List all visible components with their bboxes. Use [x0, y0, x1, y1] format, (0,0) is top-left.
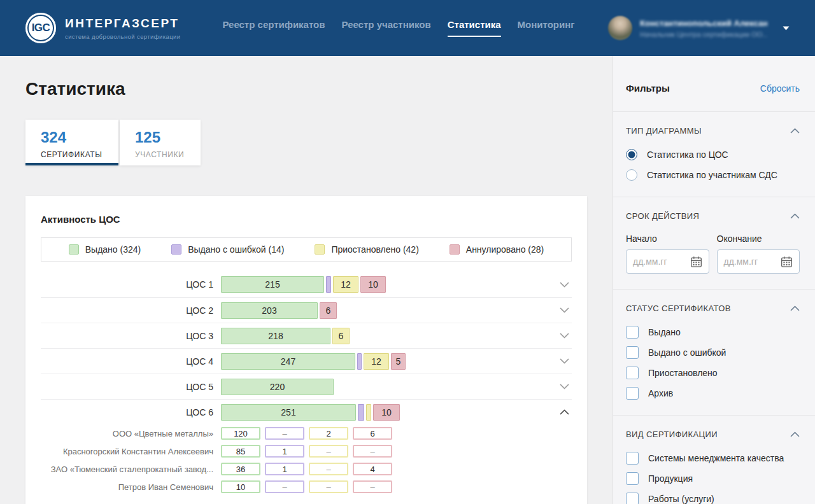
tab-certificates[interactable]: 324 СЕРТИФИКАТЫ — [25, 120, 118, 165]
radio-unchecked-icon[interactable] — [626, 169, 637, 181]
radio-option[interactable]: Статистика по участникам СДС — [626, 169, 800, 181]
nav-item-link[interactable]: Реестр участников — [342, 19, 431, 37]
checkbox-option[interactable]: Системы менеджмента качества — [626, 452, 800, 465]
bar-segment-annulled: 5 — [391, 353, 406, 370]
participant-row: ООО «Цветные металлы»120–26 — [41, 424, 572, 442]
filter-section-header[interactable]: ВИД СЕРТИФИКАЦИИ — [626, 430, 800, 439]
participant-values: 851–– — [221, 445, 392, 458]
checkbox-icon[interactable] — [626, 387, 639, 400]
checkbox-option[interactable]: Выдано с ошибкой — [626, 346, 800, 359]
nav-item-link[interactable]: Реестр сертификатов — [222, 19, 325, 37]
calendar-icon[interactable] — [781, 256, 793, 268]
chevron-up-icon[interactable] — [560, 409, 569, 415]
chart-row[interactable]: ЦОС 32186 — [41, 323, 572, 348]
user-menu[interactable]: Константинопольский Александр... Начальн… — [608, 16, 790, 40]
chart-row[interactable]: ЦОС 5220 — [41, 374, 572, 399]
checkbox-option[interactable]: Архив — [626, 387, 800, 400]
filter-section-title: СТАТУС СЕРТИФИКАТОВ — [626, 304, 731, 313]
nav-item-active[interactable]: Статистика — [448, 19, 501, 37]
bar-segment-issued_error — [326, 276, 331, 293]
chevron-up-icon[interactable] — [790, 128, 800, 134]
filter-sections: ТИП ДИАГРАММЫСтатистика по ЦОССтатистика… — [613, 112, 815, 504]
legend-swatch-issued — [69, 244, 79, 255]
app-logo[interactable]: IGC ИНТЕРГАЗСЕРТ система добровольной се… — [25, 13, 180, 43]
filter-section: СРОК ДЕЙСТВИЯНачалодд.мм.гг Окончаниедд.… — [613, 197, 815, 289]
legend-label: Выдано (324) — [85, 244, 141, 255]
chevron-down-icon[interactable] — [560, 384, 569, 389]
filter-section: СТАТУС СЕРТИФИКАТОВВыданоВыдано с ошибко… — [613, 289, 815, 415]
bar-segment-issued: 251 — [221, 404, 356, 421]
chevron-down-icon[interactable] — [560, 307, 569, 313]
stat-tabs: 324 СЕРТИФИКАТЫ 125 УЧАСТНИКИ — [25, 120, 587, 165]
chevron-up-icon[interactable] — [790, 305, 800, 311]
filter-section-header[interactable]: СРОК ДЕЙСТВИЯ — [626, 211, 800, 221]
legend-item: Выдано с ошибкой (14) — [171, 244, 284, 255]
bar-segment-suspended: 12 — [333, 276, 358, 293]
chart-row[interactable]: ЦОС 4247125 — [41, 348, 572, 374]
checkbox-option[interactable]: Работы (услуги) — [626, 493, 800, 504]
value-box-issued: 85 — [221, 445, 260, 458]
chevron-up-icon[interactable] — [790, 431, 800, 437]
filter-section-title: ТИП ДИАГРАММЫ — [626, 126, 702, 136]
participant-values: 361–4 — [221, 463, 392, 475]
legend-label: Аннулировано (28) — [466, 244, 544, 255]
value-box-issued_error: – — [265, 480, 304, 493]
bar-segment-issued: 220 — [221, 379, 334, 395]
radio-option[interactable]: Статистика по ЦОС — [626, 148, 800, 161]
legend-swatch-suspended — [315, 244, 325, 255]
checkbox-icon[interactable] — [626, 452, 639, 465]
date-field: Окончаниедд.мм.гг — [717, 234, 800, 274]
option-label: Продукция — [648, 473, 693, 484]
tab-participants[interactable]: 125 УЧАСТНИКИ — [120, 120, 201, 165]
calendar-icon[interactable] — [690, 256, 702, 268]
reset-filters-link[interactable]: Сбросить — [760, 83, 800, 94]
nav-item-link[interactable]: Мониторинг — [518, 19, 575, 37]
checkbox-icon[interactable] — [626, 472, 639, 485]
value-box-issued_error: 1 — [265, 445, 304, 458]
checkbox-icon[interactable] — [626, 493, 639, 504]
chart-row[interactable]: ЦОС 12151210 — [41, 272, 572, 297]
stacked-bar: 2036 — [221, 302, 337, 319]
date-input[interactable]: дд.мм.гг — [626, 249, 709, 274]
filter-section: ВИД СЕРТИФИКАЦИИСистемы менеджмента каче… — [613, 415, 815, 504]
filter-section-header[interactable]: ТИП ДИАГРАММЫ — [626, 126, 800, 136]
value-box-issued_error: 1 — [265, 463, 304, 475]
checkbox-icon[interactable] — [626, 367, 639, 379]
checkbox-icon[interactable] — [626, 326, 639, 339]
chevron-down-icon[interactable] — [560, 333, 569, 339]
checkbox-option[interactable]: Продукция — [626, 472, 800, 485]
filter-section: ТИП ДИАГРАММЫСтатистика по ЦОССтатистика… — [613, 112, 815, 197]
legend-item: Выдано (324) — [69, 244, 141, 255]
row-label: ЦОС 4 — [41, 356, 221, 367]
option-label: Системы менеджмента качества — [648, 453, 784, 463]
bar-segment-issued: 218 — [221, 328, 330, 344]
main-nav: Реестр сертификатовРеестр участниковСтат… — [222, 19, 574, 37]
participant-row: Красногорский Константин Алексеевич851–– — [41, 442, 572, 460]
row-label: ЦОС 2 — [41, 305, 221, 316]
option-label: Статистика по участникам СДС — [647, 170, 777, 180]
filters-sidebar: Фильтры Сбросить ТИП ДИАГРАММЫСтатистика… — [613, 56, 815, 504]
chart-row[interactable]: ЦОС 625110 — [41, 399, 572, 424]
bar-segment-suspended: 12 — [364, 353, 389, 370]
row-label: ЦОС 3 — [41, 331, 221, 341]
logo-title: ИНТЕРГАЗСЕРТ — [65, 17, 180, 31]
radio-checked-icon[interactable] — [626, 149, 637, 160]
caret-down-icon[interactable] — [783, 26, 790, 31]
date-input[interactable]: дд.мм.гг — [717, 249, 800, 274]
checkbox-icon[interactable] — [626, 346, 639, 359]
participant-label: Петров Иван Семенович — [41, 482, 221, 492]
value-box-issued: 10 — [221, 480, 260, 493]
chart-row[interactable]: ЦОС 22036 — [41, 297, 572, 323]
user-name: Константинопольский Александр... — [640, 18, 767, 28]
filter-section-header[interactable]: СТАТУС СЕРТИФИКАТОВ — [626, 304, 800, 313]
chevron-up-icon[interactable] — [790, 213, 800, 219]
chevron-down-icon[interactable] — [560, 358, 569, 364]
checkbox-option[interactable]: Приостановлено — [626, 367, 800, 379]
participant-row: Петров Иван Семенович10––– — [41, 478, 572, 496]
chevron-down-icon[interactable] — [560, 282, 569, 288]
date-field-label: Окончание — [717, 234, 800, 244]
tab-label: УЧАСТНИКИ — [135, 150, 201, 159]
date-range: Началодд.мм.гг Окончаниедд.мм.гг — [626, 234, 800, 274]
checkbox-option[interactable]: Выдано — [626, 326, 800, 339]
date-field-label: Начало — [626, 234, 709, 244]
